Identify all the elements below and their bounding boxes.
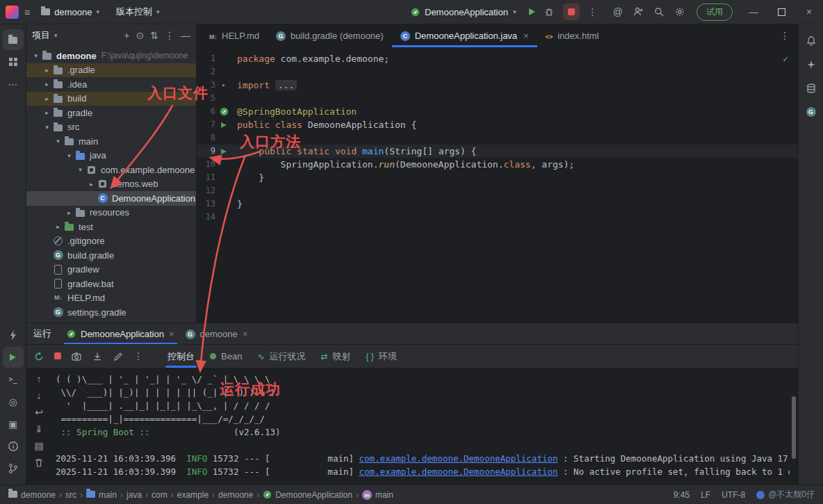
tree-item-gradlew.bat[interactable]: gradlew.bat [26,277,196,291]
chevron-right-icon[interactable]: ▸ [42,109,52,116]
breadcrumb-example[interactable]: example [177,490,209,500]
up-icon[interactable]: ↑ [37,374,42,384]
editor-tab-HELP.md[interactable]: M↓HELP.md [201,24,268,47]
code-line-7[interactable]: 7public class DemooneApplication { [197,118,798,131]
tree-item-demoone[interactable]: ▾demooneF:\java\qujing\demoone [26,49,196,63]
tree-item-settings.gradle[interactable]: Gsettings.gradle [26,305,196,320]
run-more-options-icon[interactable]: ⋮ [588,7,598,17]
chevron-down-icon[interactable]: ▾ [31,52,41,59]
services-icon[interactable]: ▣ [3,414,24,434]
console-tab-控制台[interactable]: 控制台 [160,345,202,368]
breadcrumb-java[interactable]: java [127,490,142,500]
trash-icon[interactable] [33,457,44,469]
tree-item-resources[interactable]: ▸resources [26,206,196,220]
run-icon[interactable] [3,347,24,368]
camera-icon[interactable] [71,351,82,362]
logger-link[interactable]: com.example.demoone.DemooneApplication [359,466,558,477]
window-maximize-button[interactable] [767,0,795,24]
code-line-8[interactable]: 8 [197,131,798,145]
window-close-button[interactable]: × [795,0,823,24]
console-tab-运行状况[interactable]: ∿运行状况 [250,345,313,368]
more-icon[interactable]: ⋯ [3,74,24,95]
soft-wrap-icon[interactable]: ↩ [35,407,43,418]
hide-icon[interactable]: — [181,31,190,41]
editor-tab-DemooneApplication.java[interactable]: CDemooneApplication.java× [392,24,537,47]
tree-item-.idea[interactable]: ▸.idea [26,77,196,92]
tree-item-main[interactable]: ▾main [26,134,196,149]
editor-tab-index.html[interactable]: <>index.html [537,24,608,47]
collab-icon[interactable] [633,6,644,17]
run-tab-demoone[interactable]: Gdemoone× [180,323,254,344]
stop-icon[interactable] [54,351,61,361]
tree-item-DemooneApplication[interactable]: CDemooneApplication [26,191,196,206]
code-line-11[interactable]: 11 } [197,171,798,184]
code-line-14[interactable]: 14 [197,211,798,224]
at-icon[interactable]: @ [613,7,623,17]
tree-item-.gitignore[interactable]: .gitignore [26,234,196,249]
breadcrumb-main[interactable]: main [86,489,117,500]
kebab-icon[interactable]: ⋮ [133,351,143,361]
chevron-right-icon[interactable]: ▸ [53,223,63,230]
settings-icon[interactable] [674,6,685,17]
chevron-down-icon[interactable]: ▾ [75,166,85,173]
breadcrumb-main[interactable]: mmain [362,489,393,501]
target-icon[interactable]: ⊙ [136,31,145,41]
close-tab-icon[interactable]: × [523,31,529,41]
kebab-icon[interactable]: ⋮ [165,31,174,41]
breadcrumb-com[interactable]: com [152,490,168,500]
tree-item-HELP.md[interactable]: M↓HELP.md [26,291,196,306]
chevron-down-icon[interactable]: ▾ [64,152,74,159]
hamburger-menu-icon[interactable]: ≡ [24,6,30,18]
console-tab-Bean[interactable]: Bean [202,345,250,368]
tree-item-demos.web[interactable]: ▸demos.web [26,177,196,192]
chevron-down-icon[interactable]: ▾ [53,138,63,145]
ai-assistant-icon[interactable] [801,54,822,75]
close-tab-icon[interactable]: × [243,329,248,339]
vcs-menu[interactable]: 版本控制 ▾ [111,3,165,21]
code-line-2[interactable]: 2 [197,65,798,79]
problems-icon[interactable] [3,436,24,457]
chevron-right-icon[interactable]: ▸ [64,209,74,216]
edit-icon[interactable] [113,351,124,362]
debug-button[interactable] [544,6,555,17]
gradle-icon[interactable]: G [801,101,822,122]
tree-item-gradle[interactable]: ▸gradle [26,106,196,120]
chevron-down-icon[interactable]: ▾ [42,124,52,131]
inspection-check-icon[interactable]: ✓ [783,54,788,64]
run-gutter-icon[interactable] [221,149,227,154]
plus-icon[interactable]: + [124,31,129,41]
search-icon[interactable] [653,6,665,17]
code-line-3[interactable]: 3▸import ... [197,79,798,92]
database-icon[interactable] [801,78,822,99]
notifications-icon[interactable] [801,31,822,51]
chevron-right-icon[interactable]: ▸ [42,81,52,88]
code-line-13[interactable]: 13} [197,197,798,211]
breadcrumb-demoone[interactable]: demoone [218,490,253,500]
tree-item-build.gradle[interactable]: Gbuild.gradle [26,248,196,263]
down-icon[interactable]: ↓ [37,391,42,401]
code-line-5[interactable]: 5 [197,92,798,105]
console-tab-环境[interactable]: { }环境 [359,345,405,368]
file-encoding[interactable]: UTF-8 [722,490,745,500]
debug-target-icon[interactable]: ◎ [3,391,24,412]
trial-badge[interactable]: 试用 [696,3,733,21]
code-line-10[interactable]: 10 SpringApplication.run(DemooneApplicat… [197,158,798,171]
chevron-right-icon[interactable]: ▸ [86,181,97,188]
code-line-9[interactable]: 9 public static void main(String[] args)… [197,145,798,158]
chevron-right-icon[interactable]: ▸ [42,67,52,74]
project-icon[interactable] [3,29,24,50]
run-configuration-selector[interactable]: DemooneApplication ▾ [407,5,521,19]
scroll-end-icon[interactable]: ⇓ [35,424,43,434]
terminal-icon[interactable]: >_ [3,369,24,390]
spring-bean-gutter-icon[interactable] [220,107,229,116]
console-tab-映射[interactable]: ⇄映射 [313,345,358,368]
tree-item-.gradle[interactable]: ▸.gradle [26,63,196,78]
run-tab-DemooneApplication[interactable]: DemooneApplication× [61,323,180,344]
tree-item-build[interactable]: ▸build [26,92,196,106]
tree-item-test[interactable]: ▸test [26,220,196,234]
tree-item-src[interactable]: ▾src [26,120,196,135]
breadcrumb-DemooneApplication[interactable]: DemooneApplication [263,490,352,500]
console-scrollbar[interactable] [792,396,796,459]
project-menu[interactable]: demoone ▾ [35,4,105,20]
code-area[interactable]: 1package com.example.demoone;23▸import .… [197,48,798,224]
